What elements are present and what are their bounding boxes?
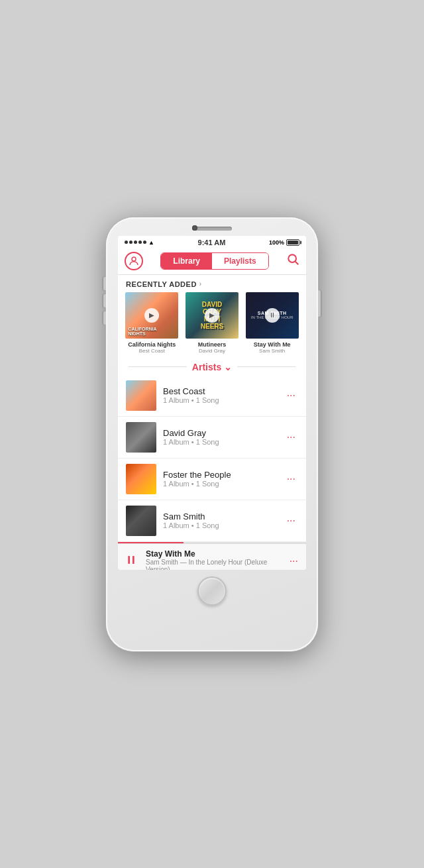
now-playing-more-button[interactable]: ··· <box>290 555 298 567</box>
now-playing-progress-fill <box>118 542 184 543</box>
artists-dropdown-button[interactable]: Artists ⌄ <box>192 362 232 372</box>
artist-more-david-gray[interactable]: ··· <box>284 429 298 446</box>
artist-item-sam-smith[interactable]: Sam Smith 1 Album • 1 Song ··· <box>118 500 306 542</box>
playlists-button[interactable]: Playlists <box>212 253 268 269</box>
svg-point-1 <box>288 254 296 262</box>
album-title-2: Mutineers <box>198 341 227 348</box>
album-item-3[interactable]: SAM SMITH IN THE LONELY HOUR ⏸ Stay With… <box>244 292 299 354</box>
recently-added-chevron: › <box>199 280 201 288</box>
album-item-1[interactable]: CALIFORNIANIGHTS ▶ California Nights Bes… <box>125 292 180 354</box>
artists-label: Artists <box>192 362 221 372</box>
artist-name-best-coast: Best Coast <box>163 386 278 396</box>
artist-name-sam-smith: Sam Smith <box>163 512 278 521</box>
artists-arrow-icon: ⌄ <box>224 362 232 372</box>
status-time: 9:41 AM <box>198 239 226 246</box>
play-icon-1: ▶ <box>144 308 159 323</box>
album-cover-1: CALIFORNIANIGHTS ▶ <box>125 292 178 339</box>
profile-icon[interactable] <box>125 252 143 270</box>
status-left: ▲ <box>125 239 154 246</box>
artist-info-sam-smith: Sam Smith 1 Album • 1 Song <box>163 512 278 529</box>
artist-name-david-gray: David Gray <box>163 428 278 438</box>
svg-rect-3 <box>128 556 130 564</box>
library-button[interactable]: Library <box>161 253 212 269</box>
album-row: CALIFORNIANIGHTS ▶ California Nights Bes… <box>118 292 306 359</box>
artists-divider: Artists ⌄ <box>118 359 306 375</box>
battery-icon <box>286 239 299 246</box>
album-title-1: California Nights <box>128 341 176 348</box>
power-button <box>318 290 321 317</box>
artist-meta-sam-smith: 1 Album • 1 Song <box>163 521 278 529</box>
album-title-3: Stay With Me <box>254 341 291 348</box>
search-icon[interactable] <box>286 252 299 269</box>
artist-thumb-david-gray <box>126 422 156 453</box>
status-bar: ▲ 9:41 AM 100% <box>118 236 306 248</box>
recently-added-header[interactable]: RECENTLY ADDED › <box>118 275 306 292</box>
status-right: 100% <box>269 239 299 246</box>
artist-list: Best Coast 1 Album • 1 Song ··· David Gr… <box>118 375 306 542</box>
now-playing-info: Stay With Me Sam Smith — In the Lonely H… <box>146 549 283 570</box>
pause-icon-3: ⏸ <box>265 308 280 323</box>
artist-info-david-gray: David Gray 1 Album • 1 Song <box>163 428 278 446</box>
artist-item-david-gray[interactable]: David Gray 1 Album • 1 Song ··· <box>118 417 306 459</box>
artist-more-best-coast[interactable]: ··· <box>284 387 298 404</box>
divider-right <box>237 366 295 367</box>
signal-dots <box>125 241 146 244</box>
wifi-icon: ▲ <box>148 239 154 246</box>
nav-bar: Library Playlists <box>118 248 306 275</box>
divider-left <box>129 366 187 367</box>
now-playing-progress <box>118 542 306 543</box>
artist-meta-david-gray: 1 Album • 1 Song <box>163 438 278 446</box>
artist-more-foster[interactable]: ··· <box>284 470 298 488</box>
phone-frame: ▲ 9:41 AM 100% Library Playlists <box>106 217 318 651</box>
artist-thumb-sam-smith <box>126 506 156 536</box>
album-artist-2: David Gray <box>199 348 225 354</box>
artist-thumb-best-coast <box>126 380 156 411</box>
artist-meta-foster: 1 Album • 1 Song <box>163 480 278 488</box>
svg-point-0 <box>132 257 136 261</box>
battery-percent: 100% <box>269 239 284 246</box>
artist-meta-best-coast: 1 Album • 1 Song <box>163 396 278 404</box>
now-playing-artist-album: Sam Smith — In the Lonely Hour (Deluxe V… <box>146 559 283 570</box>
now-playing-pause-button[interactable] <box>126 555 139 568</box>
phone-screen: ▲ 9:41 AM 100% Library Playlists <box>118 236 306 570</box>
volume-buttons <box>103 277 106 325</box>
album-cover-3: SAM SMITH IN THE LONELY HOUR ⏸ <box>246 292 299 339</box>
artist-more-sam-smith[interactable]: ··· <box>284 512 298 529</box>
play-icon-2: ▶ <box>205 308 219 323</box>
svg-line-2 <box>295 262 299 265</box>
svg-rect-4 <box>132 556 134 564</box>
album-artist-3: Sam Smith <box>259 348 285 354</box>
phone-speaker <box>192 227 232 231</box>
library-playlists-toggle[interactable]: Library Playlists <box>160 252 268 270</box>
artist-thumb-foster <box>126 464 156 494</box>
now-playing-bar[interactable]: Stay With Me Sam Smith — In the Lonely H… <box>118 543 306 570</box>
album-item-2[interactable]: DAVIDGRAYMUTINEERS ▶ Mutineers David Gra… <box>185 292 240 354</box>
artist-info-best-coast: Best Coast 1 Album • 1 Song <box>163 386 278 404</box>
phone-camera <box>192 225 197 231</box>
artist-name-foster: Foster the People <box>163 470 278 480</box>
home-button[interactable] <box>197 576 227 606</box>
recently-added-title: RECENTLY ADDED <box>126 280 197 288</box>
now-playing-track: Stay With Me <box>146 549 283 559</box>
artist-info-foster: Foster the People 1 Album • 1 Song <box>163 470 278 488</box>
now-playing-section: Stay With Me Sam Smith — In the Lonely H… <box>118 542 306 570</box>
album-artist-1: Best Coast <box>139 348 165 354</box>
album-cover-2: DAVIDGRAYMUTINEERS ▶ <box>186 292 238 339</box>
artist-item-best-coast[interactable]: Best Coast 1 Album • 1 Song ··· <box>118 375 306 417</box>
artist-item-foster[interactable]: Foster the People 1 Album • 1 Song ··· <box>118 459 306 500</box>
